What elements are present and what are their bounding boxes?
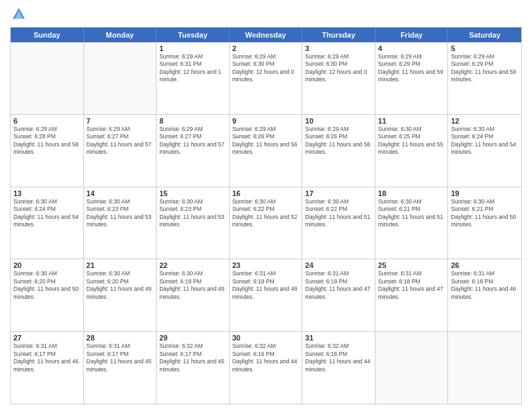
- day-number: 31: [305, 334, 372, 342]
- day-info: Sunrise: 6:30 AMSunset: 6:24 PMDaylight:…: [451, 126, 519, 156]
- day-number: 24: [305, 261, 372, 269]
- day-number: 17: [305, 189, 372, 197]
- day-number: 12: [451, 117, 519, 125]
- day-number: 11: [378, 117, 445, 125]
- day-number: 25: [378, 261, 445, 269]
- logo-icon: [11, 7, 26, 21]
- day-number: 28: [87, 334, 154, 342]
- calendar-cell: 7Sunrise: 6:29 AMSunset: 6:27 PMDaylight…: [84, 115, 157, 187]
- day-number: 26: [451, 261, 519, 269]
- day-info: Sunrise: 6:30 AMSunset: 6:19 PMDaylight:…: [159, 270, 226, 301]
- calendar-cell: 29Sunrise: 6:32 AMSunset: 6:17 PMDayligh…: [157, 332, 230, 404]
- calendar-cell: [375, 332, 449, 404]
- day-info: Sunrise: 6:29 AMSunset: 6:29 PMDaylight:…: [451, 53, 519, 84]
- day-number: 10: [305, 117, 372, 125]
- day-info: Sunrise: 6:30 AMSunset: 6:23 PMDaylight:…: [159, 198, 226, 229]
- day-info: Sunrise: 6:29 AMSunset: 6:26 PMDaylight:…: [305, 126, 372, 156]
- weekday-header: Monday: [84, 28, 157, 42]
- day-number: 29: [159, 334, 226, 342]
- day-info: Sunrise: 6:31 AMSunset: 6:18 PMDaylight:…: [378, 270, 445, 301]
- day-info: Sunrise: 6:29 AMSunset: 6:31 PMDaylight:…: [159, 53, 226, 84]
- day-number: 14: [87, 189, 154, 197]
- calendar-cell: [84, 42, 157, 114]
- calendar-cell: 14Sunrise: 6:30 AMSunset: 6:23 PMDayligh…: [84, 187, 157, 259]
- day-number: 21: [87, 261, 154, 269]
- calendar-cell: 1Sunrise: 6:29 AMSunset: 6:31 PMDaylight…: [157, 42, 230, 114]
- calendar-cell: 26Sunrise: 6:31 AMSunset: 6:18 PMDayligh…: [448, 259, 521, 331]
- day-number: 13: [13, 189, 81, 197]
- calendar-cell: 5Sunrise: 6:29 AMSunset: 6:29 PMDaylight…: [448, 42, 521, 114]
- calendar: SundayMondayTuesdayWednesdayThursdayFrid…: [10, 27, 522, 404]
- calendar-cell: [11, 42, 84, 114]
- calendar-cell: 28Sunrise: 6:31 AMSunset: 6:17 PMDayligh…: [84, 332, 157, 404]
- calendar-cell: 10Sunrise: 6:29 AMSunset: 6:26 PMDayligh…: [302, 115, 375, 187]
- weekday-header: Tuesday: [157, 28, 230, 42]
- calendar-cell: 17Sunrise: 6:30 AMSunset: 6:22 PMDayligh…: [302, 187, 375, 259]
- calendar-cell: 31Sunrise: 6:32 AMSunset: 6:16 PMDayligh…: [302, 332, 375, 404]
- day-info: Sunrise: 6:30 AMSunset: 6:25 PMDaylight:…: [378, 126, 445, 156]
- calendar-row: 13Sunrise: 6:30 AMSunset: 6:24 PMDayligh…: [11, 187, 521, 260]
- day-number: 2: [232, 44, 300, 52]
- day-number: 4: [378, 44, 445, 52]
- calendar-row: 1Sunrise: 6:29 AMSunset: 6:31 PMDaylight…: [11, 42, 521, 115]
- day-info: Sunrise: 6:30 AMSunset: 6:21 PMDaylight:…: [378, 198, 445, 229]
- day-info: Sunrise: 6:30 AMSunset: 6:23 PMDaylight:…: [87, 198, 154, 229]
- day-info: Sunrise: 6:30 AMSunset: 6:22 PMDaylight:…: [305, 198, 372, 229]
- day-info: Sunrise: 6:30 AMSunset: 6:22 PMDaylight:…: [232, 198, 300, 229]
- day-number: 15: [159, 189, 226, 197]
- day-number: 18: [378, 189, 445, 197]
- day-number: 3: [305, 44, 372, 52]
- calendar-cell: 27Sunrise: 6:31 AMSunset: 6:17 PMDayligh…: [11, 332, 84, 404]
- calendar-cell: 19Sunrise: 6:30 AMSunset: 6:21 PMDayligh…: [448, 187, 521, 259]
- day-info: Sunrise: 6:31 AMSunset: 6:18 PMDaylight:…: [451, 270, 519, 301]
- calendar-cell: 18Sunrise: 6:30 AMSunset: 6:21 PMDayligh…: [375, 187, 449, 259]
- day-info: Sunrise: 6:32 AMSunset: 6:16 PMDaylight:…: [305, 342, 372, 373]
- day-number: 20: [13, 261, 81, 269]
- day-info: Sunrise: 6:30 AMSunset: 6:20 PMDaylight:…: [13, 270, 81, 301]
- day-info: Sunrise: 6:31 AMSunset: 6:17 PMDaylight:…: [87, 342, 154, 373]
- calendar-cell: 6Sunrise: 6:29 AMSunset: 6:28 PMDaylight…: [11, 115, 84, 187]
- calendar-header: SundayMondayTuesdayWednesdayThursdayFrid…: [11, 28, 521, 42]
- calendar-cell: 13Sunrise: 6:30 AMSunset: 6:24 PMDayligh…: [11, 187, 84, 259]
- day-number: 19: [451, 189, 519, 197]
- calendar-cell: 8Sunrise: 6:29 AMSunset: 6:27 PMDaylight…: [157, 115, 230, 187]
- day-info: Sunrise: 6:31 AMSunset: 6:17 PMDaylight:…: [13, 342, 81, 373]
- day-info: Sunrise: 6:30 AMSunset: 6:21 PMDaylight:…: [451, 198, 519, 229]
- day-number: 16: [232, 189, 300, 197]
- calendar-row: 6Sunrise: 6:29 AMSunset: 6:28 PMDaylight…: [11, 115, 521, 187]
- calendar-cell: [448, 332, 521, 404]
- calendar-body: 1Sunrise: 6:29 AMSunset: 6:31 PMDaylight…: [11, 42, 521, 404]
- calendar-cell: 12Sunrise: 6:30 AMSunset: 6:24 PMDayligh…: [448, 115, 521, 187]
- day-number: 9: [232, 117, 300, 125]
- day-info: Sunrise: 6:29 AMSunset: 6:27 PMDaylight:…: [159, 126, 226, 156]
- day-info: Sunrise: 6:31 AMSunset: 6:19 PMDaylight:…: [305, 270, 372, 301]
- day-number: 8: [159, 117, 226, 125]
- calendar-cell: 11Sunrise: 6:30 AMSunset: 6:25 PMDayligh…: [375, 115, 449, 187]
- day-number: 1: [159, 44, 226, 52]
- weekday-header: Sunday: [11, 28, 84, 42]
- calendar-cell: 30Sunrise: 6:32 AMSunset: 6:16 PMDayligh…: [230, 332, 303, 404]
- day-info: Sunrise: 6:32 AMSunset: 6:16 PMDaylight:…: [232, 342, 300, 373]
- day-info: Sunrise: 6:29 AMSunset: 6:27 PMDaylight:…: [87, 126, 154, 156]
- calendar-cell: 24Sunrise: 6:31 AMSunset: 6:19 PMDayligh…: [302, 259, 375, 331]
- day-number: 30: [232, 334, 300, 342]
- page-header: [10, 7, 522, 21]
- day-number: 22: [159, 261, 226, 269]
- day-number: 27: [13, 334, 81, 342]
- calendar-cell: 23Sunrise: 6:31 AMSunset: 6:19 PMDayligh…: [230, 259, 303, 331]
- day-info: Sunrise: 6:29 AMSunset: 6:26 PMDaylight:…: [232, 126, 300, 156]
- calendar-cell: 4Sunrise: 6:29 AMSunset: 6:29 PMDaylight…: [375, 42, 449, 114]
- day-info: Sunrise: 6:29 AMSunset: 6:28 PMDaylight:…: [13, 126, 81, 156]
- day-info: Sunrise: 6:30 AMSunset: 6:24 PMDaylight:…: [13, 198, 81, 229]
- calendar-cell: 22Sunrise: 6:30 AMSunset: 6:19 PMDayligh…: [157, 259, 230, 331]
- day-info: Sunrise: 6:30 AMSunset: 6:20 PMDaylight:…: [87, 270, 154, 301]
- logo: [10, 7, 26, 21]
- calendar-cell: 21Sunrise: 6:30 AMSunset: 6:20 PMDayligh…: [84, 259, 157, 331]
- calendar-cell: 20Sunrise: 6:30 AMSunset: 6:20 PMDayligh…: [11, 259, 84, 331]
- weekday-header: Thursday: [302, 28, 375, 42]
- calendar-cell: 25Sunrise: 6:31 AMSunset: 6:18 PMDayligh…: [375, 259, 449, 331]
- day-info: Sunrise: 6:32 AMSunset: 6:17 PMDaylight:…: [159, 342, 226, 373]
- day-number: 5: [451, 44, 519, 52]
- day-number: 6: [13, 117, 81, 125]
- calendar-row: 20Sunrise: 6:30 AMSunset: 6:20 PMDayligh…: [11, 259, 521, 332]
